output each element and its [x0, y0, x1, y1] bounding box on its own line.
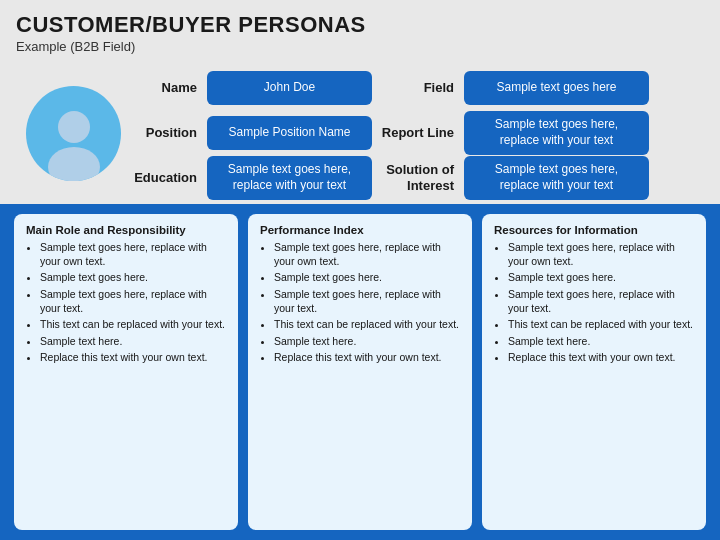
list-item: Sample text goes here, replace with your…	[274, 288, 460, 315]
info-card-2: Resources for InformationSample text goe…	[482, 214, 706, 530]
solution-label: Solution of Interest	[378, 162, 458, 193]
card-list-0: Sample text goes here, replace with your…	[26, 241, 226, 365]
person-icon	[34, 101, 114, 181]
card-list-2: Sample text goes here, replace with your…	[494, 241, 694, 365]
list-item: Replace this text with your own text.	[508, 351, 694, 365]
svg-point-1	[48, 147, 100, 181]
education-value: Sample text goes here, replace with your…	[207, 156, 372, 199]
list-item: Sample text goes here, replace with your…	[274, 241, 460, 268]
report-line-label: Report Line	[378, 125, 458, 141]
list-item: Sample text goes here, replace with your…	[508, 288, 694, 315]
report-line-value: Sample text goes here, replace with your…	[464, 111, 649, 154]
page: CUSTOMER/BUYER PERSONAS Example (B2B Fie…	[0, 0, 720, 540]
card-title-1: Performance Index	[260, 224, 460, 236]
list-item: Sample text here.	[40, 335, 226, 349]
name-label: Name	[131, 80, 201, 96]
subtitle: Example (B2B Field)	[16, 39, 704, 54]
position-label: Position	[131, 125, 201, 141]
list-item: Replace this text with your own text.	[40, 351, 226, 365]
education-label: Education	[131, 170, 201, 186]
field-value: Sample text goes here	[464, 71, 649, 105]
list-item: Sample text goes here.	[274, 271, 460, 285]
list-item: Sample text goes here.	[508, 271, 694, 285]
list-item: Sample text goes here, replace with your…	[40, 241, 226, 268]
info-card-1: Performance IndexSample text goes here, …	[248, 214, 472, 530]
card-list-1: Sample text goes here, replace with your…	[260, 241, 460, 365]
list-item: This text can be replaced with your text…	[40, 318, 226, 332]
list-item: Sample text here.	[274, 335, 460, 349]
svg-point-0	[58, 111, 90, 143]
list-item: Sample text goes here, replace with your…	[508, 241, 694, 268]
name-value: John Doe	[207, 71, 372, 105]
bottom-section: Main Role and ResponsibilitySample text …	[0, 204, 720, 540]
list-item: Sample text here.	[508, 335, 694, 349]
card-title-0: Main Role and Responsibility	[26, 224, 226, 236]
middle-section: Name John Doe Field Sample text goes her…	[0, 62, 720, 204]
list-item: This text can be replaced with your text…	[508, 318, 694, 332]
info-card-0: Main Role and ResponsibilitySample text …	[14, 214, 238, 530]
avatar	[26, 86, 121, 181]
card-title-2: Resources for Information	[494, 224, 694, 236]
position-value: Sample Position Name	[207, 116, 372, 150]
list-item: Sample text goes here, replace with your…	[40, 288, 226, 315]
field-label: Field	[378, 80, 458, 96]
header-section: CUSTOMER/BUYER PERSONAS Example (B2B Fie…	[0, 0, 720, 62]
avatar-column	[16, 86, 131, 181]
list-item: Replace this text with your own text.	[274, 351, 460, 365]
main-title: CUSTOMER/BUYER PERSONAS	[16, 12, 704, 38]
solution-value: Sample text goes here, replace with your…	[464, 156, 649, 199]
list-item: Sample text goes here.	[40, 271, 226, 285]
fields-area: Name John Doe Field Sample text goes her…	[131, 68, 704, 198]
list-item: This text can be replaced with your text…	[274, 318, 460, 332]
